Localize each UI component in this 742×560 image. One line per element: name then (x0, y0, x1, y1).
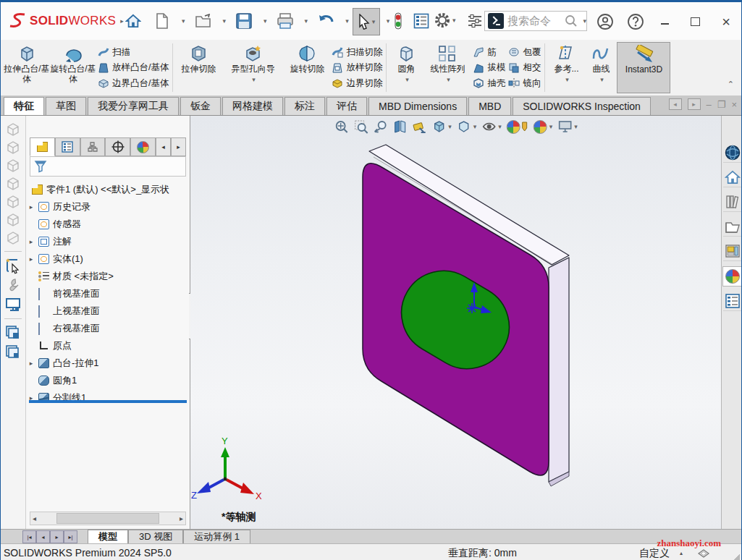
tab-3d-views[interactable]: 3D 视图 (128, 530, 183, 543)
tree-root[interactable]: 零件1 (默认) <<默认>_显示状 (28, 181, 188, 198)
doc-forward-icon[interactable]: ▸ (688, 98, 701, 110)
command-search[interactable]: 搜索命令 ▾ (484, 11, 587, 31)
view-cube-iso-icon[interactable] (5, 230, 21, 246)
ribbon-button-curves[interactable]: 曲线 ▾ (585, 42, 617, 93)
graphics-viewport[interactable]: ▾ ▾ ▾ ▾ (190, 116, 721, 529)
tab-motion-study[interactable]: 运动算例 1 (183, 530, 250, 543)
tree-item-right-plane[interactable]: 右视基准面 (28, 320, 188, 337)
tab-evaluate[interactable]: 评估 (326, 97, 367, 115)
layers-back-icon[interactable] (4, 344, 22, 361)
tab-sketch[interactable]: 草图 (46, 97, 86, 115)
design-library-home-icon[interactable] (723, 168, 742, 187)
ribbon-button-extrude-boss[interactable]: 拉伸凸台/基体 (4, 42, 50, 93)
ribbon-button-wrap[interactable]: 包覆 (508, 45, 541, 59)
minimize-button[interactable] (654, 12, 675, 35)
tree-item-top-plane[interactable]: 上视基准面 (28, 302, 188, 320)
search-icon[interactable] (565, 14, 578, 27)
display-monitor-icon[interactable] (4, 296, 22, 313)
edit-sketch-icon[interactable] (4, 257, 22, 274)
scrollbar-thumb[interactable] (56, 513, 159, 524)
new-document-dropdown-icon[interactable]: ▾ (182, 17, 185, 25)
tree-item-solid-bodies[interactable]: ▸ 实体(1) (28, 250, 188, 268)
ribbon-collapse-icon[interactable]: ⌃ (728, 80, 734, 89)
gear-icon[interactable] (434, 12, 451, 29)
tree-item-fillet1[interactable]: 圆角1 (28, 372, 188, 389)
tree-filter[interactable] (30, 156, 186, 177)
view-cube-icon[interactable] (5, 140, 21, 156)
ribbon-button-hole-wizard[interactable]: 异型孔向导 ▾ (222, 42, 284, 93)
file-explorer-icon[interactable] (723, 217, 742, 237)
traffic-light-icon[interactable] (387, 9, 409, 33)
tree-item-material[interactable]: 材质 <未指定> (28, 268, 188, 285)
sw-resources-icon[interactable] (723, 143, 742, 163)
expand-arrow-icon[interactable]: ▸ (28, 238, 35, 245)
expand-arrow-icon[interactable]: ▸ (28, 360, 35, 367)
tree-item-annotations[interactable]: ▸ 注解 (28, 233, 188, 250)
part-model[interactable]: Y X Z (190, 116, 721, 529)
ribbon-button-lofted-cut[interactable]: 放样切除 (332, 61, 382, 75)
close-button[interactable]: × (715, 10, 737, 33)
options-sliders-icon[interactable] (464, 9, 486, 33)
ribbon-button-sweep[interactable]: 扫描 (98, 45, 169, 59)
ribbon-button-rib[interactable]: 筋 (473, 45, 505, 59)
tree-horizontal-scrollbar[interactable]: ◂ ▸ (30, 512, 186, 525)
ribbon-button-loft-boss[interactable]: 放样凸台/基体 (98, 61, 169, 75)
ribbon-button-draft[interactable]: 拔模 (473, 61, 505, 75)
tab-property-manager[interactable] (55, 137, 80, 156)
tab-nav-first-icon[interactable]: |◂ (22, 530, 36, 543)
select-tool-button[interactable]: ▾ (353, 8, 380, 35)
panel-tabs-scroll-left-icon[interactable]: ◂ (156, 137, 171, 156)
tab-feature-manager[interactable] (30, 137, 55, 156)
ribbon-button-extruded-cut[interactable]: 拉伸切除 (175, 42, 222, 93)
tab-nav-last-icon[interactable]: ▸| (64, 530, 77, 543)
tree-item-boss-extrude1[interactable]: ▸ 凸台-拉伸1 (28, 355, 188, 372)
home-button[interactable] (122, 9, 144, 33)
tab-nav-next-icon[interactable]: ▸ (50, 530, 64, 543)
scroll-right-icon[interactable]: ▸ (180, 514, 183, 522)
tab-sw-inspection[interactable]: SOLIDWORKS Inspection (513, 97, 651, 115)
new-document-button[interactable] (151, 9, 173, 33)
tab-markup[interactable]: 标注 (284, 97, 325, 115)
tools-wrench-icon[interactable] (4, 276, 22, 294)
ribbon-button-revolved-cut[interactable]: 旋转切除 (284, 42, 330, 93)
ribbon-button-instant3d[interactable]: Instant3D (617, 42, 670, 93)
ribbon-button-reference-geometry[interactable]: 参考... ▾ (547, 42, 585, 93)
curves-dropdown-icon[interactable]: ▾ (600, 76, 604, 83)
linear-pattern-dropdown-icon[interactable]: ▾ (447, 76, 450, 83)
ribbon-button-linear-pattern[interactable]: 线性阵列 ▾ (423, 42, 471, 93)
open-button[interactable] (193, 9, 214, 33)
doc-minimize-icon[interactable]: – (707, 99, 712, 110)
maximize-button[interactable] (684, 10, 706, 33)
scroll-left-icon[interactable]: ◂ (33, 514, 36, 522)
tab-dimxpert-manager[interactable] (105, 137, 130, 156)
undo-dropdown-icon[interactable]: ▾ (345, 17, 349, 25)
undo-button[interactable] (315, 9, 337, 33)
ribbon-button-mirror[interactable]: 镜向 (508, 76, 541, 90)
open-dropdown-icon[interactable]: ▾ (223, 17, 227, 25)
ribbon-button-boundary-cut[interactable]: 边界切除 (332, 76, 382, 90)
fillet-dropdown-icon[interactable]: ▾ (405, 76, 409, 83)
view-cube-icon[interactable] (5, 176, 21, 192)
save-dropdown-icon[interactable]: ▾ (264, 17, 267, 25)
tab-mesh-modeling[interactable]: 网格建模 (222, 97, 283, 115)
reference-dropdown-icon[interactable]: ▾ (565, 76, 569, 83)
tab-mbd[interactable]: MBD (468, 97, 511, 115)
design-library-icon[interactable] (723, 192, 742, 212)
hole-wizard-dropdown-icon[interactable]: ▾ (252, 76, 256, 83)
expand-arrow-icon[interactable]: ▸ (28, 255, 35, 263)
display-pane-icon[interactable] (410, 9, 432, 33)
account-icon[interactable] (594, 10, 616, 33)
tree-item-sensors[interactable]: 传感器 (28, 216, 188, 233)
view-palette-icon[interactable] (723, 242, 742, 261)
ribbon-button-revolve-boss[interactable]: 旋转凸台/基体 (50, 42, 96, 93)
tab-configuration-manager[interactable] (80, 137, 106, 156)
ribbon-button-intersect[interactable]: 相交 (508, 61, 541, 75)
ribbon-button-fillet[interactable]: 圆角 ▾ (389, 42, 423, 93)
appearances-scenes-icon[interactable] (722, 266, 742, 287)
save-button[interactable] (233, 9, 255, 33)
view-cube-icon[interactable] (5, 158, 21, 174)
tab-model[interactable]: 模型 (88, 530, 128, 543)
doc-restore-icon[interactable]: ❐ (717, 99, 726, 110)
print-button[interactable] (274, 9, 296, 33)
resize-grip[interactable] (733, 554, 740, 560)
